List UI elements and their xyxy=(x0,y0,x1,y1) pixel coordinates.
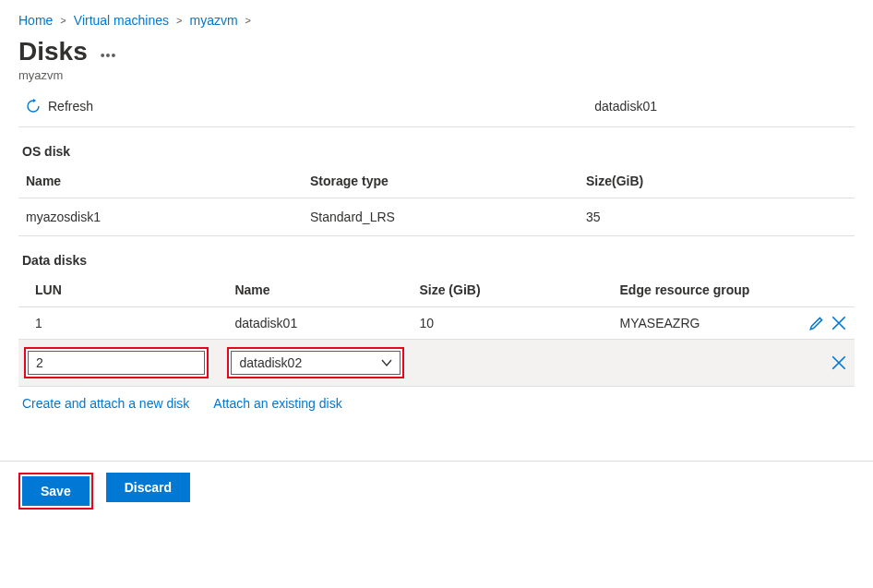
cell-name: datadisk01 xyxy=(227,307,412,340)
col-name: Name xyxy=(18,164,303,198)
create-attach-link[interactable]: Create and attach a new disk xyxy=(22,396,189,411)
cell-lun: 1 xyxy=(18,307,227,340)
disk-name-select[interactable]: datadisk02 xyxy=(231,351,401,375)
col-erg: Edge resource group xyxy=(613,273,796,307)
edit-icon[interactable] xyxy=(808,315,825,331)
data-disks-section-label: Data disks xyxy=(22,253,855,268)
save-button[interactable]: Save xyxy=(22,476,90,506)
col-size: Size(GiB) xyxy=(579,164,855,198)
cell-size: 10 xyxy=(412,307,612,340)
os-disk-storage: Standard_LRS xyxy=(303,198,579,236)
breadcrumb: Home > Virtual machines > myazvm > xyxy=(18,9,855,33)
col-lun: LUN xyxy=(18,273,227,307)
cell-erg: MYASEAZRG xyxy=(613,307,796,340)
data-disks-table: LUN Name Size (GiB) Edge resource group … xyxy=(18,273,855,387)
chevron-down-icon xyxy=(381,357,392,368)
context-disk-label: datadisk01 xyxy=(594,99,657,114)
breadcrumb-vms[interactable]: Virtual machines xyxy=(74,13,169,28)
os-disk-table: Name Storage type Size(GiB) myazosdisk1 … xyxy=(18,164,855,236)
chevron-right-icon: > xyxy=(245,15,251,26)
delete-icon[interactable] xyxy=(831,354,847,371)
more-menu-icon[interactable]: ••• xyxy=(101,48,117,63)
breadcrumb-myazvm[interactable]: myazvm xyxy=(189,13,237,28)
refresh-label: Refresh xyxy=(48,99,93,114)
os-disk-name: myazosdisk1 xyxy=(18,198,303,236)
page-title: Disks xyxy=(18,37,88,66)
col-storage: Storage type xyxy=(303,164,579,198)
data-disk-row: 1 datadisk01 10 MYASEAZRG xyxy=(18,307,855,340)
refresh-button[interactable]: Refresh xyxy=(26,99,93,114)
chevron-right-icon: > xyxy=(176,15,182,26)
os-disk-size: 35 xyxy=(579,198,855,236)
breadcrumb-home[interactable]: Home xyxy=(18,13,53,28)
data-disk-new-row: 2 datadisk02 xyxy=(18,340,855,387)
os-disk-section-label: OS disk xyxy=(22,144,855,159)
discard-button[interactable]: Discard xyxy=(106,473,190,502)
refresh-icon xyxy=(26,99,41,114)
delete-icon[interactable] xyxy=(831,315,847,331)
chevron-right-icon: > xyxy=(60,15,66,26)
os-disk-row: myazosdisk1 Standard_LRS 35 xyxy=(18,198,855,236)
lun-input[interactable]: 2 xyxy=(28,351,205,375)
close-icon[interactable] xyxy=(843,35,855,66)
col-dname: Name xyxy=(227,273,412,307)
col-dsize: Size (GiB) xyxy=(412,273,612,307)
disk-name-select-value: datadisk02 xyxy=(239,355,302,370)
attach-existing-link[interactable]: Attach an existing disk xyxy=(213,396,341,411)
page-subtitle: myazvm xyxy=(18,68,855,82)
